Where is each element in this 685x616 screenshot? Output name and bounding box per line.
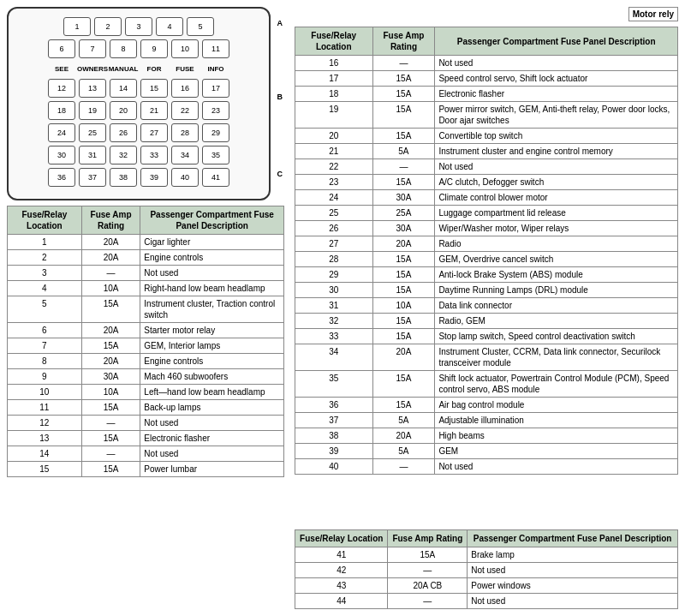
cell-amp: 15A <box>372 283 435 298</box>
cell-amp: 15A <box>372 267 435 283</box>
table-row: 410ARight-hand low beam headlamp <box>8 281 284 296</box>
fuse-12: 12 <box>48 79 75 98</box>
cell-location: 14 <box>8 446 82 462</box>
cell-amp: 10A <box>81 281 140 296</box>
cell-amp: 30A <box>372 190 435 206</box>
cell-amp: 15A <box>81 296 140 323</box>
cell-desc: Mach 460 subwoofers <box>140 369 284 385</box>
cell-location: 5 <box>8 296 82 323</box>
cell-amp: 15A <box>372 129 435 144</box>
cell-amp: 15A <box>372 314 435 329</box>
cell-location: 38 <box>295 428 373 444</box>
cell-amp: 30A <box>81 369 140 385</box>
cell-desc: A/C clutch, Defogger switch <box>435 175 678 190</box>
table-row: 3110AData link connector <box>295 298 678 314</box>
cell-desc: High beams <box>435 428 678 444</box>
table-row: 44—Not used <box>295 594 678 609</box>
cell-desc: Electronic flasher <box>435 87 678 102</box>
cell-amp: 15A <box>372 371 435 398</box>
table-row: 2720ARadio <box>295 236 678 252</box>
cell-amp: 15A <box>81 462 140 477</box>
fuse-label-fuse: FUSE <box>171 62 199 75</box>
fuse-7: 7 <box>79 39 106 58</box>
fuse-6: 6 <box>48 39 75 58</box>
right-table2-header-desc: Passenger Compartment Fuse Panel Descrip… <box>468 530 678 547</box>
fuse-32: 32 <box>110 146 137 164</box>
table-row: 715AGEM, Interior lamps <box>8 338 284 354</box>
cell-amp: — <box>81 266 140 281</box>
cell-amp: — <box>81 416 140 431</box>
fuse-8: 8 <box>110 39 137 58</box>
fuse-22: 22 <box>171 101 199 120</box>
cell-desc: Not used <box>435 459 678 475</box>
cell-amp: 15A <box>372 175 435 190</box>
right-table1-header-location: Fuse/Relay Location <box>295 27 373 56</box>
cell-amp: 10A <box>81 385 140 400</box>
fuse-label-info: INFO <box>202 62 229 75</box>
cell-amp: 15A <box>372 329 435 344</box>
cell-location: 19 <box>295 102 373 129</box>
fuse-9: 9 <box>140 39 168 58</box>
cell-amp: 20A <box>372 428 435 444</box>
cell-desc: Adjustable illumination <box>435 413 678 428</box>
fuse-14: 14 <box>110 79 137 98</box>
fuse-row-3: 12 13 14 15 16 17 <box>15 79 262 98</box>
fuse-13: 13 <box>79 79 106 98</box>
fuse-26: 26 <box>110 123 137 142</box>
fuse-36: 36 <box>48 168 75 187</box>
fuse-row-5: 24 25 26 27 28 29 <box>15 123 262 142</box>
cell-desc: Not used <box>140 266 284 281</box>
cell-location: 2 <box>8 250 82 266</box>
cell-desc: Shift lock actuator, Powertrain Control … <box>435 371 678 398</box>
table-row: 4115ABrake lamp <box>295 547 678 563</box>
table-row: 375AAdjustable illumination <box>295 413 678 428</box>
cell-location: 13 <box>8 431 82 446</box>
table-row: 1115ABack-up lamps <box>8 400 284 416</box>
cell-amp: 30A <box>372 221 435 236</box>
fuse-1: 1 <box>63 17 91 36</box>
right-table2-header-location: Fuse/Relay Location <box>295 530 388 547</box>
table-row: 1815AElectronic flasher <box>295 87 678 102</box>
cell-location: 8 <box>8 354 82 369</box>
cell-desc: Not used <box>140 416 284 431</box>
cell-location: 34 <box>295 344 373 371</box>
table-row: 215AInstrument cluster and engine contro… <box>295 144 678 159</box>
cell-amp: 15A <box>372 102 435 129</box>
cell-location: 23 <box>295 175 373 190</box>
table-row: 2525ALuggage compartment lid release <box>295 206 678 221</box>
right-table1-header-amp: Fuse Amp Rating <box>372 27 435 56</box>
fuse-5: 5 <box>187 17 214 36</box>
right-panel: Motor rely Fuse/Relay Location Fuse Amp … <box>291 0 685 616</box>
table-row: 16—Not used <box>295 56 678 71</box>
fuse-15: 15 <box>140 79 168 98</box>
cell-desc: Not used <box>468 563 678 578</box>
table-row: 2315AA/C clutch, Defogger switch <box>295 175 678 190</box>
cell-amp: — <box>372 56 435 71</box>
fuse-10: 10 <box>171 39 199 58</box>
cell-amp: 20A <box>81 354 140 369</box>
cell-location: 7 <box>8 338 82 354</box>
left-table-header-amp: Fuse Amp Rating <box>81 206 140 235</box>
cell-location: 3 <box>8 266 82 281</box>
cell-desc: Instrument cluster and engine control me… <box>435 144 678 159</box>
cell-location: 36 <box>295 398 373 413</box>
cell-amp: — <box>372 459 435 475</box>
left-fuse-table: Fuse/Relay Location Fuse Amp Rating Pass… <box>7 206 284 477</box>
table-row: 1715ASpeed control servo, Shift lock act… <box>295 71 678 87</box>
fuse-25: 25 <box>79 123 106 142</box>
fuse-27: 27 <box>140 123 168 142</box>
fuse-label-manual: MANUAL <box>110 62 137 75</box>
table-row: 3615AAir bag control module <box>295 398 678 413</box>
table-row: 3—Not used <box>8 266 284 281</box>
cell-location: 39 <box>295 444 373 459</box>
cell-desc: Radio, GEM <box>435 314 678 329</box>
fuse-box-diagram: 1 2 3 4 5 6 7 8 9 10 11 SEE OWNERS MANUA… <box>7 7 271 200</box>
table-row: 3315AStop lamp switch, Speed control dea… <box>295 329 678 344</box>
cell-location: 20 <box>295 129 373 144</box>
cell-amp: 5A <box>372 413 435 428</box>
cell-amp: 15A <box>372 71 435 87</box>
cell-desc: Left—hand low beam headlamp <box>140 385 284 400</box>
fuse-20: 20 <box>110 101 137 120</box>
right-table1-header-desc: Passenger Compartment Fuse Panel Descrip… <box>435 27 678 56</box>
left-table-container: Fuse/Relay Location Fuse Amp Rating Pass… <box>7 206 284 609</box>
